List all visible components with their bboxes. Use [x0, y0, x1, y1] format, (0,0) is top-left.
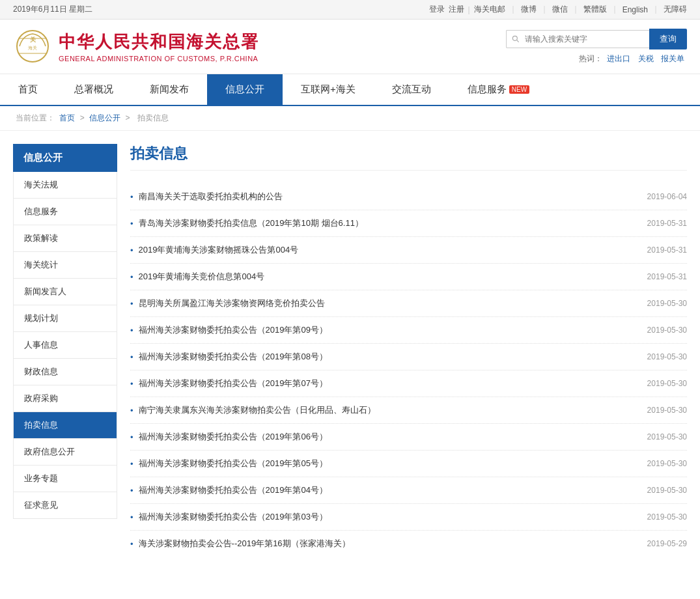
wechat-link[interactable]: 微信: [552, 4, 568, 15]
svg-line-6: [516, 40, 518, 42]
sidebar-item-planning[interactable]: 规划计划: [13, 305, 117, 332]
news-bullet: •: [130, 326, 133, 335]
sidebar-item-statistics[interactable]: 海关统计: [13, 252, 117, 279]
news-bullet: •: [130, 406, 133, 415]
news-item: • 福州海关涉案财物委托拍卖公告（2019年第06号） 2019-05-30: [130, 424, 687, 451]
news-bullet: •: [130, 432, 133, 442]
news-link[interactable]: • 福州海关涉案财物委托拍卖公告（2019年第09号）: [130, 324, 328, 336]
news-item: • 福州海关涉案财物委托拍卖公告（2019年第08号） 2019-05-30: [130, 344, 687, 370]
search-box: 查询: [506, 29, 687, 49]
news-link[interactable]: • 福州海关涉案财物委托拍卖公告（2019年第04号）: [130, 484, 328, 496]
breadcrumb-infopublic[interactable]: 信息公开: [89, 113, 120, 122]
news-date: 2019-05-30: [647, 486, 687, 495]
news-bullet: •: [130, 459, 133, 469]
news-link[interactable]: • 青岛海关涉案财物委托拍卖信息（2019年第10期 烟台6.11）: [130, 217, 363, 229]
nav-news[interactable]: 新闻发布: [132, 74, 207, 105]
sidebar: 信息公开 海关法规 信息服务 政策解读 海关统计 新闻发言人 规划计划 人事信息…: [13, 144, 117, 557]
date-display: 2019年6月11日 星期二: [13, 4, 92, 15]
news-item: • 福州海关涉案财物委托拍卖公告（2019年第03号） 2019-05-30: [130, 504, 687, 531]
news-bullet: •: [130, 245, 133, 255]
sidebar-item-policy[interactable]: 政策解读: [13, 225, 117, 252]
search-area: 查询 热词： 进出口 关税 报关单: [506, 29, 687, 64]
english-link[interactable]: English: [623, 5, 648, 14]
news-bullet: •: [130, 219, 133, 229]
news-link[interactable]: • 福州海关涉案财物委托拍卖公告（2019年第03号）: [130, 511, 328, 523]
svg-point-5: [512, 36, 517, 40]
news-date: 2019-05-29: [647, 539, 687, 548]
login-link[interactable]: 登录: [429, 4, 445, 15]
news-text: 昆明海关所属盈江海关涉案物资网络竞价拍卖公告: [139, 298, 325, 309]
nav-overview[interactable]: 总署概况: [56, 74, 132, 105]
sidebar-item-procurement[interactable]: 政府采购: [13, 385, 117, 412]
news-text: 福州海关涉案财物委托拍卖公告（2019年第09号）: [139, 324, 328, 336]
main-area: 信息公开 海关法规 信息服务 政策解读 海关统计 新闻发言人 规划计划 人事信息…: [0, 131, 700, 570]
accessible-link[interactable]: 无障碍: [664, 4, 687, 15]
nav-infoservice[interactable]: 信息服务 NEW: [449, 74, 548, 105]
news-link[interactable]: • 昆明海关所属盈江海关涉案物资网络竞价拍卖公告: [130, 298, 325, 309]
top-links: 登录 注册 | 海关电邮 ｜ 微博 ｜ 微信 ｜ 繁體版 ｜ English ｜…: [429, 4, 687, 15]
logo-en: GENERAL ADMINISTRATION OF CUSTOMS, P.R.C…: [59, 55, 259, 63]
sidebar-item-business[interactable]: 业务专题: [13, 466, 117, 492]
logo-icon: 关 海关: [13, 29, 52, 64]
keyword-link-2[interactable]: 关税: [638, 54, 654, 63]
news-date: 2019-06-04: [647, 192, 687, 201]
hot-label: 热词：: [579, 54, 602, 63]
hot-keywords: 热词： 进出口 关税 报关单: [579, 53, 687, 64]
news-link[interactable]: • 2019年黄埔海关竞价信息第004号: [130, 271, 264, 283]
sidebar-item-finance[interactable]: 财政信息: [13, 359, 117, 385]
keyword-link-1[interactable]: 进出口: [607, 54, 630, 63]
news-item: • 昆明海关所属盈江海关涉案物资网络竞价拍卖公告 2019-05-30: [130, 290, 687, 317]
news-text: 南宁海关隶属东兴海关涉案财物拍卖公告（日化用品、寿山石）: [139, 404, 376, 416]
news-date: 2019-05-30: [647, 326, 687, 335]
sidebar-item-customs-law[interactable]: 海关法规: [13, 172, 117, 199]
news-date: 2019-05-30: [647, 379, 687, 388]
news-date: 2019-05-31: [647, 245, 687, 255]
news-bullet: •: [130, 192, 133, 202]
logo-area: 关 海关 中华人民共和国海关总署 GENERAL ADMINISTRATION …: [13, 29, 259, 64]
breadcrumb: 当前位置： 首页 > 信息公开 > 拍卖信息: [0, 106, 700, 131]
news-link[interactable]: • 福州海关涉案财物委托拍卖公告（2019年第05号）: [130, 458, 328, 469]
sidebar-item-feedback[interactable]: 征求意见: [13, 492, 117, 519]
keyword-link-3[interactable]: 报关单: [661, 54, 684, 63]
news-link[interactable]: • 福州海关涉案财物委托拍卖公告（2019年第07号）: [130, 378, 328, 389]
news-link[interactable]: • 福州海关涉案财物委托拍卖公告（2019年第06号）: [130, 431, 328, 443]
traditional-link[interactable]: 繁體版: [583, 4, 607, 15]
nav-internet[interactable]: 互联网+海关: [283, 74, 374, 105]
breadcrumb-home[interactable]: 首页: [59, 113, 75, 122]
news-link[interactable]: • 海关涉案财物拍卖会公告--2019年第16期（张家港海关）: [130, 538, 350, 550]
news-text: 海关涉案财物拍卖会公告--2019年第16期（张家港海关）: [139, 538, 350, 550]
search-input[interactable]: [506, 30, 649, 48]
news-link[interactable]: • 福州海关涉案财物委托拍卖公告（2019年第08号）: [130, 351, 328, 363]
new-badge: NEW: [509, 85, 529, 94]
news-bullet: •: [130, 539, 133, 549]
sidebar-item-auction[interactable]: 拍卖信息: [13, 412, 117, 439]
news-text: 福州海关涉案财物委托拍卖公告（2019年第07号）: [139, 378, 328, 389]
content-area: 拍卖信息 • 南昌海关关于选取委托拍卖机构的公告 2019-06-04 • 青岛…: [130, 144, 687, 557]
news-item: • 福州海关涉案财物委托拍卖公告（2019年第07号） 2019-05-30: [130, 370, 687, 397]
news-text: 福州海关涉案财物委托拍卖公告（2019年第03号）: [139, 511, 328, 523]
sidebar-item-spokesperson[interactable]: 新闻发言人: [13, 279, 117, 305]
search-icon: [511, 35, 520, 44]
nav-home[interactable]: 首页: [0, 74, 56, 105]
news-item: • 南昌海关关于选取委托拍卖机构的公告 2019-06-04: [130, 184, 687, 210]
news-bullet: •: [130, 299, 133, 309]
news-link[interactable]: • 南宁海关隶属东兴海关涉案财物拍卖公告（日化用品、寿山石）: [130, 404, 376, 416]
news-link[interactable]: • 2019年黄埔海关涉案财物摇珠公告第004号: [130, 244, 298, 256]
sidebar-item-personnel[interactable]: 人事信息: [13, 332, 117, 359]
news-text: 青岛海关涉案财物委托拍卖信息（2019年第10期 烟台6.11）: [139, 217, 363, 229]
nav-exchange[interactable]: 交流互动: [374, 74, 449, 105]
nav-infopublic[interactable]: 信息公开: [207, 74, 283, 105]
register-link[interactable]: 注册: [449, 4, 464, 15]
email-link[interactable]: 海关电邮: [474, 4, 505, 15]
news-date: 2019-05-31: [647, 272, 687, 281]
news-link[interactable]: • 南昌海关关于选取委托拍卖机构的公告: [130, 191, 283, 202]
news-item: • 南宁海关隶属东兴海关涉案财物拍卖公告（日化用品、寿山石） 2019-05-3…: [130, 397, 687, 424]
logo-cn: 中华人民共和国海关总署: [59, 31, 259, 53]
weibo-link[interactable]: 微博: [521, 4, 537, 15]
sidebar-item-gov-info[interactable]: 政府信息公开: [13, 439, 117, 466]
news-item: • 2019年黄埔海关涉案财物摇珠公告第004号 2019-05-31: [130, 237, 687, 264]
sidebar-item-info-service[interactable]: 信息服务: [13, 199, 117, 225]
breadcrumb-sep1: >: [80, 113, 87, 122]
news-date: 2019-05-30: [647, 459, 687, 468]
search-button[interactable]: 查询: [649, 29, 687, 49]
